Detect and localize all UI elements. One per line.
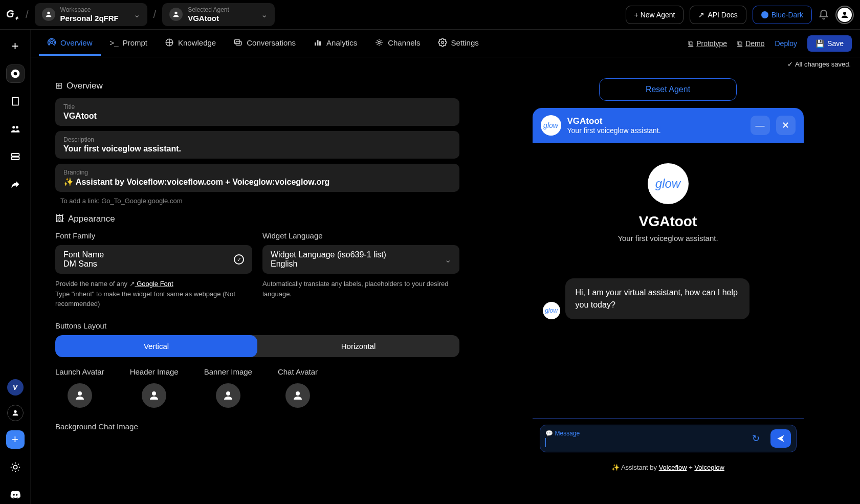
message-input[interactable]: 💬Message ↻ bbox=[540, 425, 797, 452]
bot-avatar: glow bbox=[543, 302, 560, 319]
launch-avatar-upload[interactable] bbox=[68, 383, 92, 408]
widget-input-area: 💬Message ↻ bbox=[533, 418, 804, 458]
theme-button[interactable]: Blue-Dark bbox=[753, 6, 812, 24]
svg-rect-23 bbox=[319, 41, 321, 46]
sidebar-item-users[interactable] bbox=[6, 120, 25, 138]
layout-vertical[interactable]: Vertical bbox=[55, 335, 257, 357]
tab-prompt[interactable]: >_Prompt bbox=[102, 31, 156, 56]
svg-point-29 bbox=[296, 391, 300, 396]
avatar-uploads: Launch Avatar Header Image Banner Image … bbox=[55, 367, 459, 408]
deploy-link[interactable]: Deploy bbox=[775, 39, 797, 48]
tab-settings[interactable]: Settings bbox=[430, 31, 487, 56]
workspace-value: Personal 2qFRF bbox=[60, 14, 128, 23]
svg-rect-12 bbox=[11, 154, 19, 156]
sidebar-item-chat[interactable] bbox=[6, 64, 25, 83]
sidebar-item-profile[interactable] bbox=[7, 405, 24, 421]
sidebar-item-building[interactable] bbox=[6, 92, 25, 111]
branding-hint: To add a link: Go_To_Google:google.com bbox=[60, 197, 459, 205]
sidebar-item-settings[interactable] bbox=[6, 458, 25, 476]
chat-avatar-upload[interactable] bbox=[285, 383, 310, 408]
demo-link[interactable]: ⧉Demo bbox=[737, 39, 764, 48]
app-logo[interactable]: G✦ bbox=[6, 8, 19, 21]
glow-logo-icon: glow bbox=[541, 115, 561, 136]
svg-point-14 bbox=[14, 410, 16, 413]
sidebar-item-discord[interactable] bbox=[6, 486, 25, 504]
tab-channels[interactable]: Channels bbox=[366, 31, 428, 56]
share-icon: ↗ bbox=[698, 11, 704, 19]
minimize-button[interactable]: — bbox=[751, 116, 770, 135]
sidebar-item-server[interactable] bbox=[6, 147, 25, 166]
send-button[interactable] bbox=[770, 429, 791, 448]
widget-title: VGAtoot bbox=[567, 116, 744, 126]
buttons-layout-heading: Buttons Layout bbox=[55, 321, 459, 330]
share-icon: ↗ bbox=[129, 280, 135, 288]
tabs: Overview >_Prompt Knowledge Conversation… bbox=[31, 30, 860, 57]
external-icon: ⧉ bbox=[737, 39, 742, 48]
tab-conversations[interactable]: Conversations bbox=[225, 31, 304, 56]
agent-label: Selected Agent bbox=[188, 6, 256, 13]
notifications-icon[interactable] bbox=[818, 9, 829, 20]
reset-agent-button[interactable]: Reset Agent bbox=[599, 78, 737, 101]
grid-icon: ⊞ bbox=[55, 80, 62, 91]
tab-analytics[interactable]: Analytics bbox=[305, 31, 365, 56]
title-field[interactable]: Title VGAtoot bbox=[55, 98, 459, 126]
save-status: ✓All changes saved. bbox=[31, 57, 860, 71]
sidebar-item-share[interactable] bbox=[6, 175, 25, 193]
tab-overview[interactable]: Overview bbox=[39, 31, 101, 56]
font-name-field[interactable]: Font Name DM Sans ✓ bbox=[55, 245, 252, 274]
voiceflow-link[interactable]: Voiceflow bbox=[659, 464, 687, 471]
save-button[interactable]: 💾Save bbox=[807, 35, 852, 52]
language-help: Automatically translate any labels, plac… bbox=[262, 279, 459, 299]
workspace-selector[interactable]: Workspace Personal 2qFRF ⌄ bbox=[35, 3, 147, 26]
svg-rect-13 bbox=[11, 157, 19, 160]
theme-dot-icon bbox=[761, 11, 768, 18]
agent-selector[interactable]: Selected Agent VGAtoot ⌄ bbox=[162, 3, 275, 26]
chat-avatar-label: Chat Avatar bbox=[278, 367, 318, 376]
svg-rect-22 bbox=[317, 40, 319, 46]
form-pane: ⊞Overview Title VGAtoot Description Your… bbox=[31, 71, 476, 504]
banner-image-upload[interactable] bbox=[216, 383, 240, 408]
sidebar-item-add-blue[interactable]: + bbox=[6, 430, 25, 449]
voiceglow-link[interactable]: Voiceglow bbox=[694, 464, 724, 471]
widget-hero-subtitle: Your first voiceglow assistant. bbox=[543, 234, 793, 243]
profile-avatar[interactable] bbox=[835, 6, 854, 24]
bot-message: Hi, I am your virtual assistant, how can… bbox=[565, 278, 749, 319]
tab-knowledge[interactable]: Knowledge bbox=[157, 31, 224, 56]
layout-horizontal[interactable]: Horizontal bbox=[257, 335, 459, 357]
add-icon[interactable]: + bbox=[6, 37, 25, 55]
svg-point-0 bbox=[47, 12, 50, 14]
google-font-link[interactable]: Google Font bbox=[135, 280, 173, 288]
appearance-heading: 🖼Appearance bbox=[55, 214, 459, 224]
close-button[interactable]: ✕ bbox=[776, 116, 796, 135]
topbar: G✦ / Workspace Personal 2qFRF ⌄ / Select… bbox=[0, 0, 860, 30]
description-field[interactable]: Description Your first voiceglow assista… bbox=[55, 131, 459, 159]
svg-point-25 bbox=[441, 41, 444, 44]
api-docs-button[interactable]: ↗ API Docs bbox=[690, 6, 746, 24]
svg-point-28 bbox=[226, 391, 230, 396]
save-icon: 💾 bbox=[815, 39, 824, 48]
header-image-upload[interactable] bbox=[142, 383, 166, 408]
new-agent-button[interactable]: + New Agent bbox=[626, 6, 684, 24]
overview-heading: ⊞Overview bbox=[55, 80, 459, 91]
widget-language-heading: Widget Language bbox=[262, 231, 459, 240]
agent-value: VGAtoot bbox=[188, 14, 256, 23]
svg-point-24 bbox=[378, 41, 381, 44]
branding-field[interactable]: Branding ✨ Assistant by Voiceflow:voicef… bbox=[55, 164, 459, 192]
sidebar-item-voiceflow[interactable]: V bbox=[7, 379, 24, 396]
svg-rect-5 bbox=[12, 98, 18, 105]
widget-body: glow VGAtoot Your first voiceglow assist… bbox=[533, 143, 804, 418]
chat-widget: glow VGAtoot Your first voiceglow assist… bbox=[533, 108, 804, 476]
svg-point-26 bbox=[78, 391, 82, 396]
widget-hero-title: VGAtoot bbox=[543, 213, 793, 230]
text-cursor bbox=[545, 438, 546, 447]
widget-footer: ✨ Assistant by Voiceflow + Voiceglow bbox=[533, 458, 804, 476]
svg-point-1 bbox=[174, 12, 177, 14]
prototype-link[interactable]: ⧉Prototype bbox=[688, 39, 727, 48]
widget-language-field[interactable]: Widget Language (iso639-1 list) English … bbox=[262, 245, 459, 274]
check-icon: ✓ bbox=[787, 60, 793, 68]
svg-point-4 bbox=[13, 72, 17, 76]
refresh-icon[interactable]: ↻ bbox=[747, 429, 765, 448]
external-icon: ⧉ bbox=[688, 39, 693, 48]
user-icon bbox=[169, 8, 183, 21]
preview-pane: Reset Agent glow VGAtoot Your first voic… bbox=[476, 71, 860, 504]
